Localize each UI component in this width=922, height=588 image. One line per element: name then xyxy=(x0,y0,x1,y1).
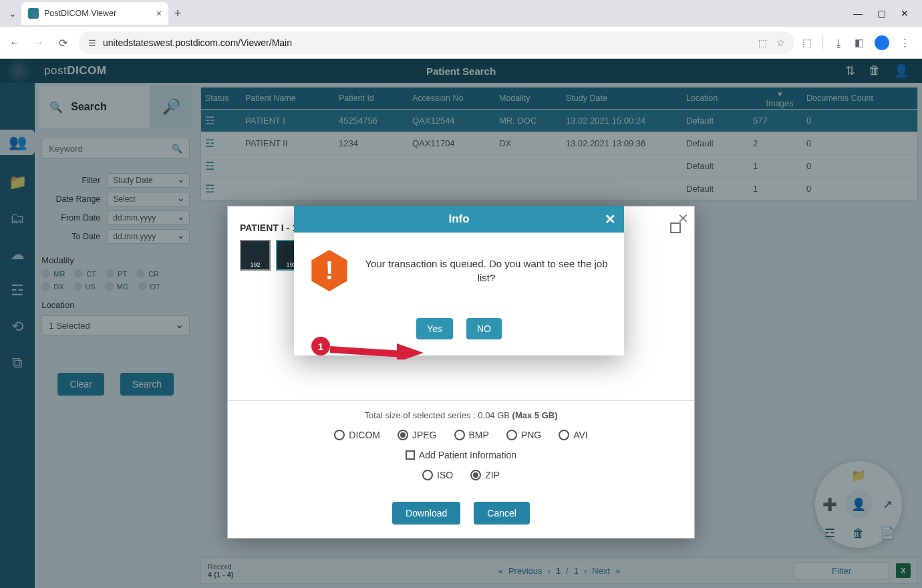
tab-title: PostDICOM Viewer xyxy=(44,9,116,18)
download-button[interactable]: Download xyxy=(392,502,460,525)
url-bar[interactable]: ☰ unitedstateswest.postdicom.com/Viewer/… xyxy=(79,31,794,54)
maximize-icon[interactable]: ▢ xyxy=(877,8,886,19)
format-avi[interactable]: AVI xyxy=(559,430,588,440)
divider xyxy=(822,36,823,49)
new-tab-button[interactable]: + xyxy=(168,7,187,21)
close-window-icon[interactable]: ✕ xyxy=(901,8,909,19)
minimize-icon[interactable]: — xyxy=(853,8,863,19)
browser-chrome: ⌄ PostDICOM Viewer × + — ▢ ✕ ← → ⟳ ☰ uni… xyxy=(0,0,922,59)
info-title-bar: Info ✕ xyxy=(294,206,624,233)
no-button[interactable]: NO xyxy=(466,318,502,339)
format-bmp[interactable]: BMP xyxy=(454,430,489,440)
extensions-icon[interactable]: ⬚ xyxy=(802,37,812,49)
archive-options: ISO ZIP xyxy=(228,470,694,480)
site-info-icon[interactable]: ☰ xyxy=(88,38,96,48)
annotation-arrow-icon xyxy=(330,339,424,359)
info-dialog: Info ✕ ! Your transaction is queued. Do … xyxy=(294,206,624,355)
archive-iso[interactable]: ISO xyxy=(422,470,453,480)
toolbar-icons: ⬚ ⭳ ◧ ⋮ xyxy=(802,35,915,50)
series-thumbnail[interactable]: 192 xyxy=(240,240,271,271)
archive-zip[interactable]: ZIP xyxy=(470,470,500,480)
profile-avatar[interactable] xyxy=(875,35,889,50)
info-title: Info xyxy=(448,212,469,226)
favicon xyxy=(28,8,39,19)
format-options: DICOM JPEG BMP PNG AVI xyxy=(228,430,694,440)
format-dicom[interactable]: DICOM xyxy=(334,430,380,440)
warning-icon: ! xyxy=(309,250,350,291)
window-controls: — ▢ ✕ xyxy=(853,8,918,19)
close-tab-icon[interactable]: × xyxy=(156,8,162,19)
sidepanel-icon[interactable]: ◧ xyxy=(855,37,864,49)
cancel-download-button[interactable]: Cancel xyxy=(474,502,530,525)
url-text: unitedstateswest.postdicom.com/Viewer/Ma… xyxy=(103,37,292,48)
download-modal-actions: Download Cancel xyxy=(228,490,694,538)
forward-icon: → xyxy=(31,37,47,49)
annotation-bubble: 1 xyxy=(311,337,330,355)
yes-button[interactable]: Yes xyxy=(416,318,453,339)
format-png[interactable]: PNG xyxy=(506,430,541,440)
format-jpeg[interactable]: JPEG xyxy=(398,430,437,440)
bookmark-icon[interactable]: ☆ xyxy=(776,37,785,48)
menu-icon[interactable]: ⋮ xyxy=(900,37,910,49)
info-message: Your transaction is queued. Do you want … xyxy=(363,257,609,285)
add-patient-info-checkbox[interactable]: Add Patient Information xyxy=(406,450,516,460)
back-icon[interactable]: ← xyxy=(7,37,23,49)
downloads-icon[interactable]: ⭳ xyxy=(834,37,844,49)
tab-strip: ⌄ PostDICOM Viewer × + — ▢ ✕ xyxy=(0,0,922,27)
browser-tab[interactable]: PostDICOM Viewer × xyxy=(21,2,168,25)
tabs-dropdown-icon[interactable]: ⌄ xyxy=(4,8,21,19)
translate-icon[interactable]: ⬚ xyxy=(758,37,767,48)
app: postDICOM Patient Search ⇅ 🗑 👤 👥 📁 🗂 ☁ ☲… xyxy=(0,59,922,588)
address-bar-row: ← → ⟳ ☰ unitedstateswest.postdicom.com/V… xyxy=(0,27,922,59)
size-info: Total size of selected series : 0.04 GB … xyxy=(228,410,694,420)
close-info-dialog-icon[interactable]: ✕ xyxy=(605,211,616,227)
patient-info-option: Add Patient Information xyxy=(228,450,694,460)
select-series-checkbox[interactable] xyxy=(670,223,681,233)
reload-icon[interactable]: ⟳ xyxy=(55,37,71,49)
